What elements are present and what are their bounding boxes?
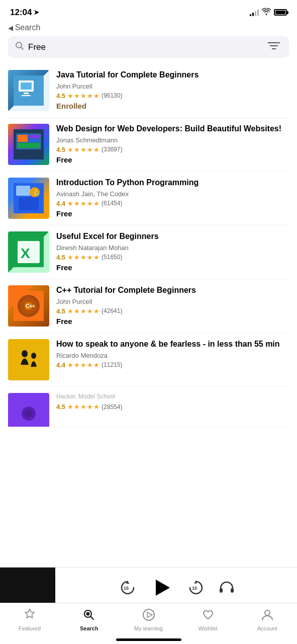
back-nav[interactable]: Search <box>0 22 297 36</box>
signal-icon <box>250 9 259 16</box>
tab-account[interactable]: Account <box>238 608 297 631</box>
course-info: Useful Excel for Beginners Dinesh Natara… <box>56 231 289 272</box>
tab-wishlist[interactable]: Wishlist <box>178 608 238 631</box>
svg-rect-38 <box>220 588 223 593</box>
svg-rect-6 <box>21 83 32 90</box>
svg-text:X: X <box>21 246 30 261</box>
rating-count: (11215) <box>102 361 122 368</box>
course-thumbnail <box>8 70 49 111</box>
list-item[interactable]: How to speak to anyone & be fearless - i… <box>8 333 289 387</box>
course-info: Web Design for Web Developers: Build Bea… <box>56 124 289 164</box>
rating-number: 4.5 <box>56 146 65 153</box>
media-thumbnail <box>0 568 55 608</box>
stars: ★ ★ ★ ★ ★ <box>67 146 100 153</box>
course-thumbnail: 🐍 <box>8 178 49 219</box>
course-info: How to speak to anyone & be fearless - i… <box>56 339 289 371</box>
location-icon: ➤ <box>34 9 39 16</box>
filter-icon[interactable] <box>266 41 282 53</box>
svg-rect-16 <box>16 186 30 196</box>
mylearning-icon <box>142 608 155 623</box>
stars: ★ ★ ★ ★ ★ <box>67 254 100 261</box>
rating-number: 4.4 <box>56 361 65 369</box>
course-author: Avinash Jain, The Codex <box>56 190 289 198</box>
status-time: 12:04 ➤ <box>10 8 39 18</box>
search-input[interactable] <box>28 42 262 52</box>
list-item[interactable]: X Useful Excel for Beginners Dinesh Nata… <box>8 225 289 279</box>
course-rating-row: 4.5 ★ ★ ★ ★ ★ (28554) <box>56 403 289 411</box>
course-author: John Purcell <box>56 83 289 90</box>
course-rating-row: 4.5 ★ ★ ★ ★ ★ (96130) <box>56 92 289 100</box>
time-display: 12:04 <box>10 8 32 18</box>
tab-account-label: Account <box>257 625 277 631</box>
svg-point-30 <box>22 350 28 357</box>
rating-number: 4.5 <box>56 403 65 411</box>
battery-icon <box>274 9 287 16</box>
course-author: Hacker, Model School <box>56 393 289 400</box>
rating-count: (42641) <box>102 307 122 314</box>
rating-number: 4.5 <box>56 254 65 261</box>
headphones-button[interactable] <box>219 581 234 594</box>
svg-point-44 <box>265 610 270 615</box>
rewind-button[interactable]: 15 <box>119 579 137 597</box>
course-info: Introduction To Python Programming Avina… <box>56 178 289 218</box>
course-rating-row: 4.5 ★ ★ ★ ★ ★ (42641) <box>56 307 289 315</box>
list-item[interactable]: Java Tutorial for Complete Beginners Joh… <box>8 64 289 118</box>
tab-mylearning[interactable]: My learning <box>119 608 178 631</box>
status-bar: 12:04 ➤ <box>0 0 297 22</box>
tab-featured-label: Featured <box>19 625 41 631</box>
svg-rect-12 <box>29 135 40 138</box>
svg-rect-17 <box>19 197 39 210</box>
svg-rect-39 <box>231 588 234 593</box>
svg-rect-11 <box>18 135 28 142</box>
course-rating-row: 4.4 ★ ★ ★ ★ ★ (11215) <box>56 361 289 369</box>
status-icons <box>250 8 287 17</box>
svg-text:15: 15 <box>192 586 197 591</box>
course-title: Java Tutorial for Complete Beginners <box>56 70 289 80</box>
search-icon <box>15 41 24 53</box>
course-thumbnail <box>8 339 49 380</box>
course-author: Jonas Schmedtmann <box>56 136 289 144</box>
svg-marker-43 <box>147 612 152 617</box>
rating-count: (51650) <box>102 254 122 261</box>
tab-search[interactable]: Search <box>59 608 119 631</box>
course-author: John Purcell <box>56 298 289 305</box>
course-status: Free <box>56 317 289 326</box>
forward-button[interactable]: 15 <box>187 579 205 597</box>
stars: ★ ★ ★ ★ ★ <box>67 92 100 100</box>
course-info: C++ Tutorial for Complete Beginners John… <box>56 285 289 326</box>
rating-count: (33697) <box>102 146 122 153</box>
svg-rect-29 <box>14 345 44 375</box>
stars: ★ ★ ★ ★ ★ <box>67 403 100 411</box>
list-item[interactable]: Web Design for Web Developers: Build Bea… <box>8 118 289 172</box>
tab-wishlist-label: Wishlist <box>199 625 218 631</box>
search-bar[interactable] <box>8 36 289 58</box>
media-controls: 15 15 <box>55 577 297 599</box>
tab-bar: Featured Search My learning Wishlis <box>0 603 297 644</box>
list-item[interactable]: C++ C++ Tutorial for Complete Beginners … <box>8 279 289 333</box>
play-button[interactable] <box>151 577 173 599</box>
svg-point-41 <box>86 612 90 616</box>
svg-rect-13 <box>29 139 40 142</box>
stars: ★ ★ ★ ★ ★ <box>67 307 100 315</box>
featured-icon <box>23 608 36 623</box>
course-rating-row: 4.5 ★ ★ ★ ★ ★ (51650) <box>56 254 289 261</box>
account-icon <box>261 608 274 623</box>
course-thumbnail: C++ <box>8 285 49 327</box>
svg-marker-36 <box>156 580 170 596</box>
course-title: Web Design for Web Developers: Build Bea… <box>56 124 289 134</box>
tab-featured[interactable]: Featured <box>0 608 59 631</box>
svg-point-31 <box>31 353 36 359</box>
wishlist-icon <box>202 608 215 623</box>
list-item[interactable]: 🐍 Introduction To Python Programming Avi… <box>8 172 289 225</box>
course-author: Ricardo Mendoza <box>56 352 289 359</box>
course-thumbnail <box>8 393 49 427</box>
course-list-inner: Java Tutorial for Complete Beginners Joh… <box>0 64 297 427</box>
stars: ★ ★ ★ ★ ★ <box>67 200 100 207</box>
stars: ★ ★ ★ ★ ★ <box>67 361 100 369</box>
course-status: Enrolled <box>56 102 289 110</box>
svg-rect-14 <box>18 143 40 148</box>
home-indicator <box>116 638 181 641</box>
course-info: Java Tutorial for Complete Beginners Joh… <box>56 70 289 110</box>
svg-rect-7 <box>24 93 29 94</box>
list-item[interactable]: Hacker, Model School 4.5 ★ ★ ★ ★ ★ (2855… <box>8 387 289 427</box>
